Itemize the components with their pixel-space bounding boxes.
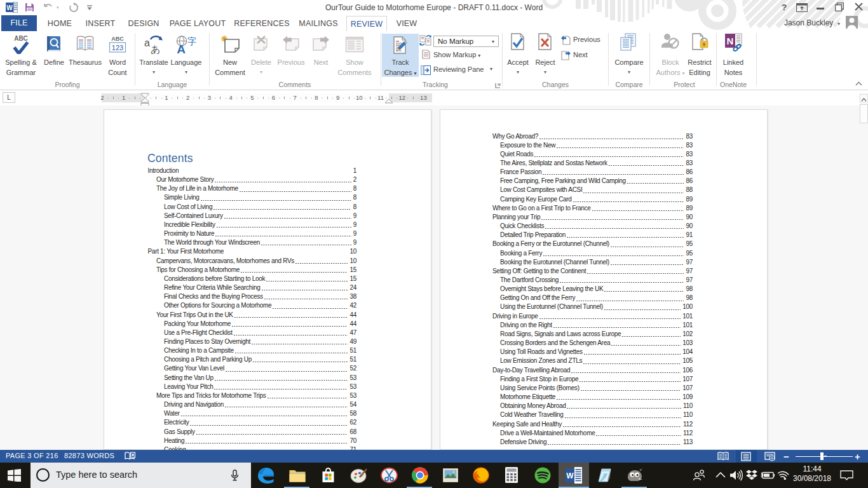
svg-text:A: A: [177, 43, 186, 54]
svg-text:あ: あ: [151, 44, 160, 54]
svg-text:a: a: [144, 37, 150, 48]
svg-text:ABC: ABC: [111, 36, 124, 42]
svg-text:W: W: [566, 471, 574, 480]
svg-text:N: N: [727, 36, 734, 46]
svg-text:W: W: [6, 4, 13, 11]
svg-text:123: 123: [112, 44, 123, 51]
svg-text:ABC: ABC: [14, 35, 28, 42]
svg-text:字: 字: [187, 36, 197, 46]
